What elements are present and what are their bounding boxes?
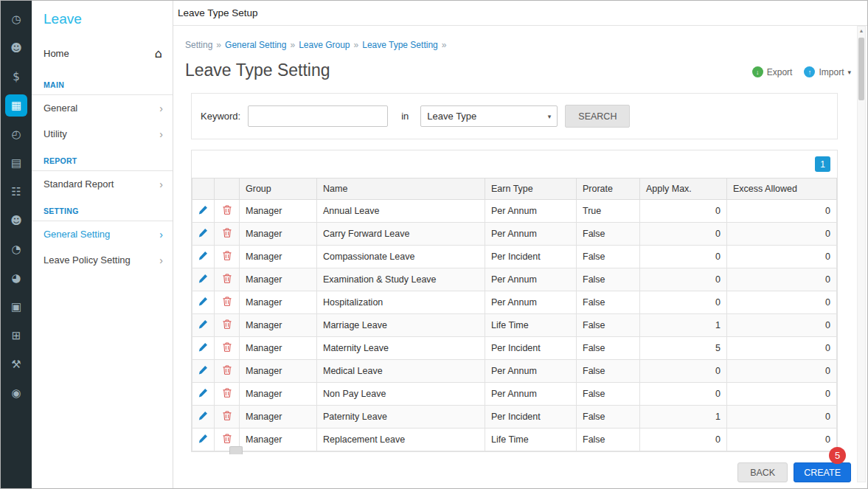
dashboard-icon[interactable]: ◷ — [5, 8, 27, 30]
import-button[interactable]: ↑ Import ▾ — [804, 66, 851, 77]
sidebar-item-leave-policy-setting[interactable]: Leave Policy Setting › — [32, 247, 173, 273]
menu-section-items: General › Utility › — [32, 95, 173, 147]
search-button[interactable]: SEARCH — [565, 105, 630, 128]
search-field-selected-value: Leave Type — [427, 111, 476, 122]
cell-name: Hospitalization — [317, 291, 485, 314]
cell-earn-type: Life Time — [485, 314, 577, 337]
app-window: ◷☻$▦◴▤☷☻◔◕▣⊞⚒◉ Leave Home ⌂ MAIN General… — [0, 0, 868, 489]
create-button[interactable]: CREATE — [794, 462, 851, 482]
table-row: Manager Examination & Study Leave Per An… — [192, 268, 837, 291]
tools-icon[interactable]: ⚒ — [5, 353, 27, 375]
schedule-calendar-icon[interactable]: ☷ — [5, 181, 27, 203]
main-content: Leave Type Setup Setting»General Setting… — [173, 1, 867, 488]
appraisal-badge-icon[interactable]: ▣ — [5, 296, 27, 318]
delete-icon[interactable] — [223, 434, 232, 443]
cell-apply-max: 0 — [640, 200, 727, 223]
cell-name: Annual Leave — [317, 200, 485, 223]
edit-icon[interactable] — [198, 251, 208, 260]
edit-icon[interactable] — [198, 319, 208, 329]
cell-name: Carry Forward Leave — [317, 223, 485, 246]
cell-prorate: False — [577, 291, 640, 314]
breadcrumb-link[interactable]: General Setting — [225, 40, 286, 50]
claim-document-icon[interactable]: ▤ — [5, 152, 27, 174]
window-title: Leave Type Setup — [173, 1, 867, 26]
attendance-clock-icon[interactable]: ◴ — [5, 123, 27, 145]
payroll-icon[interactable]: $ — [5, 66, 27, 88]
back-button[interactable]: BACK — [737, 462, 788, 482]
sidebar-item-utility[interactable]: Utility › — [32, 121, 173, 147]
edit-icon[interactable] — [198, 296, 208, 306]
table-row: Manager Paternity Leave Per Incident Fal… — [192, 406, 837, 429]
sidebar-item-home[interactable]: Home ⌂ — [32, 41, 173, 71]
table-row: Manager Maternity Leave Per Incident Fal… — [192, 337, 837, 360]
cell-apply-max: 0 — [640, 268, 727, 291]
cell-apply-max: 5 — [640, 337, 727, 360]
edit-icon[interactable] — [198, 228, 208, 237]
cell-group: Manager — [240, 383, 317, 406]
cell-name: Replacement Leave — [317, 429, 485, 451]
delete-icon[interactable] — [223, 228, 232, 237]
edit-icon[interactable] — [198, 342, 208, 352]
cell-excess: 0 — [727, 268, 837, 291]
breadcrumb-separator: » — [442, 40, 447, 50]
scrollbar-up-arrow-icon[interactable]: ▲ — [858, 28, 865, 33]
edit-icon[interactable] — [198, 365, 208, 375]
delete-icon[interactable] — [223, 388, 232, 398]
menu-section-header: REPORT — [32, 147, 173, 171]
breadcrumb-separator: » — [354, 40, 359, 50]
breadcrumb-link[interactable]: Leave Type Setting — [362, 40, 438, 50]
delete-icon[interactable] — [223, 411, 232, 420]
cell-excess: 0 — [727, 200, 837, 223]
icon-sidebar: ◷☻$▦◴▤☷☻◔◕▣⊞⚒◉ — [1, 1, 32, 488]
delete-icon[interactable] — [223, 296, 232, 306]
sidebar-item-general[interactable]: General › — [32, 95, 173, 121]
delete-icon[interactable] — [223, 274, 232, 283]
edit-icon[interactable] — [198, 274, 208, 283]
team-icon[interactable]: ☻ — [5, 209, 27, 232]
import-caret-icon: ▾ — [847, 69, 851, 76]
scrollbar-thumb[interactable] — [858, 38, 864, 100]
column-header-name: Name — [317, 178, 485, 200]
cell-group: Manager — [240, 360, 317, 383]
column-header-prorate: Prorate — [577, 178, 640, 200]
report-grid-icon[interactable]: ⊞ — [5, 325, 27, 347]
menu-item-label: Standard Report — [44, 178, 114, 190]
menu-section-header: MAIN — [32, 71, 173, 95]
flexi-hour-clock-icon[interactable]: ◕ — [5, 267, 27, 289]
edit-icon[interactable] — [198, 411, 208, 420]
export-button[interactable]: ↓ Export — [752, 66, 793, 77]
chevron-right-icon: › — [159, 129, 163, 139]
edit-column-header — [192, 178, 215, 200]
breadcrumb-link[interactable]: Leave Group — [299, 40, 350, 50]
delete-icon[interactable] — [223, 319, 232, 329]
sidebar-item-general-setting[interactable]: General Setting › — [32, 221, 173, 247]
delete-icon[interactable] — [223, 251, 232, 260]
menu-section-items: General Setting › Leave Policy Setting › — [32, 221, 173, 273]
cell-name: Maternity Leave — [317, 337, 485, 360]
about-compass-icon[interactable]: ◉ — [5, 382, 27, 404]
chevron-right-icon: › — [159, 179, 163, 190]
cell-earn-type: Per Incident — [485, 406, 577, 429]
sidebar-item-standard-report[interactable]: Standard Report › — [32, 171, 173, 197]
clipped-pagination-control[interactable] — [229, 446, 243, 454]
search-panel: Keyword: in Leave Type ▾ SEARCH — [191, 93, 838, 139]
leave-icon[interactable]: ▦ — [5, 94, 27, 117]
keyword-input[interactable] — [248, 105, 388, 127]
edit-icon[interactable] — [198, 205, 208, 215]
cell-name: Paternity Leave — [317, 406, 485, 429]
cell-apply-max: 0 — [640, 429, 727, 451]
vertical-scrollbar[interactable]: ▲ — [857, 26, 866, 482]
delete-icon[interactable] — [223, 205, 232, 215]
page-number-badge[interactable]: 1 — [815, 156, 830, 172]
menu-sidebar: Leave Home ⌂ MAIN General › Utility › RE… — [32, 1, 173, 488]
edit-icon[interactable] — [198, 388, 208, 398]
delete-icon[interactable] — [223, 342, 232, 352]
employees-icon[interactable]: ☻ — [5, 37, 27, 59]
edit-icon[interactable] — [198, 434, 208, 443]
cell-name: Compassionate Leave — [317, 246, 485, 268]
delete-icon[interactable] — [223, 365, 232, 375]
cell-apply-max: 0 — [640, 291, 727, 314]
overtime-clock-icon[interactable]: ◔ — [5, 238, 27, 260]
search-field-select[interactable]: Leave Type ▾ — [420, 105, 558, 127]
cell-prorate: False — [577, 246, 640, 268]
